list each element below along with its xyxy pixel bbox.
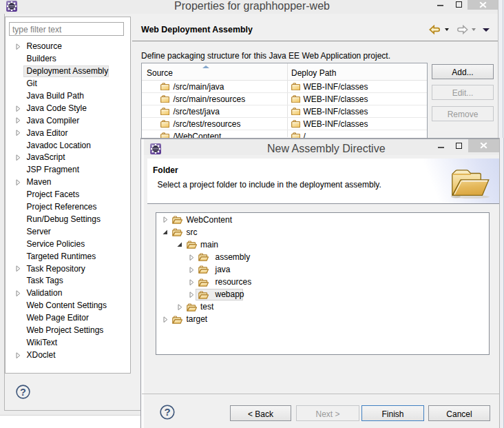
svg-text:?: ? [164, 406, 170, 418]
svg-text:?: ? [20, 386, 26, 397]
